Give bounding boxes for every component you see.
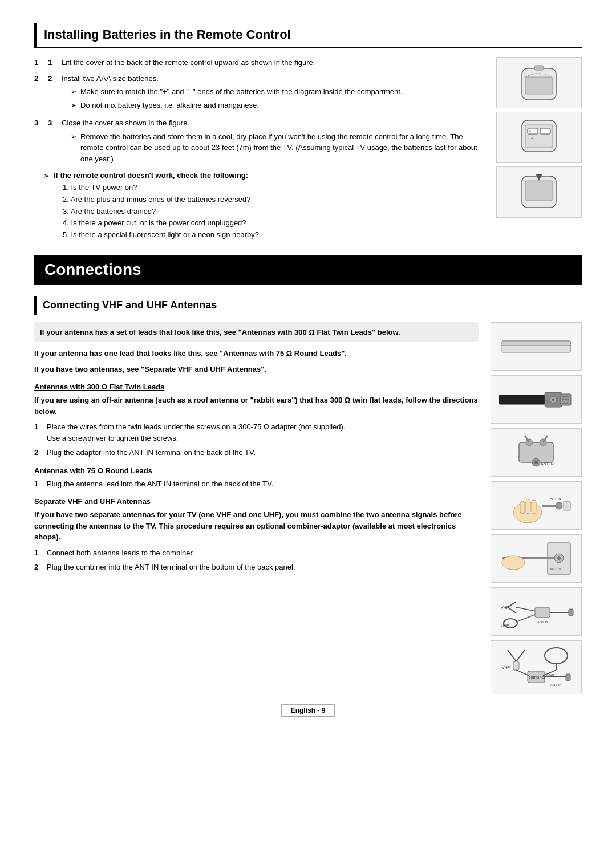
antenna-image-5: ANT IN bbox=[491, 534, 582, 583]
svg-line-46 bbox=[508, 607, 516, 613]
antennas-300-bold: If you are using an off-air antenna (suc… bbox=[34, 395, 479, 417]
svg-point-18 bbox=[552, 399, 554, 401]
batteries-step-1: 1 Lift the cover at the back of the remo… bbox=[34, 57, 485, 68]
batteries-steps-list: 1 Lift the cover at the back of the remo… bbox=[34, 57, 485, 166]
antennas-75-step-1: 1 Plug the antenna lead into the ANT IN … bbox=[34, 478, 479, 490]
svg-text:+: + bbox=[529, 129, 531, 133]
connections-big-section: Connections bbox=[34, 255, 582, 285]
remote-svg-3 bbox=[505, 169, 573, 215]
batteries-main-content: 1 Lift the cover at the back of the remo… bbox=[34, 57, 485, 241]
vhf-uhf-content-area: If your antenna has a set of leads that … bbox=[34, 322, 582, 694]
separate-heading: Separate VHF and UHF Antennas bbox=[34, 497, 479, 506]
antenna-image-3: ANT IN bbox=[491, 428, 582, 477]
vhf-uhf-title: Connecting VHF and UHF Antennas bbox=[43, 299, 576, 311]
svg-text:ANT IN: ANT IN bbox=[550, 497, 561, 501]
remote-image-3 bbox=[496, 166, 582, 218]
svg-rect-52 bbox=[535, 607, 550, 618]
troubleshoot-item-2: 2. Are the plus and minus ends of the ba… bbox=[63, 194, 259, 206]
batteries-images: + – + – bbox=[496, 57, 582, 241]
troubleshoot-item-3: 3. Are the batteries drained? bbox=[63, 206, 259, 218]
svg-point-41 bbox=[557, 556, 561, 560]
troubleshoot-arrow: ➢ bbox=[43, 171, 50, 241]
connections-big-title: Connections bbox=[44, 261, 572, 279]
batteries-section: Installing Batteries in the Remote Contr… bbox=[34, 23, 582, 241]
svg-text:ANT IN: ANT IN bbox=[541, 462, 554, 466]
antennas-300-steps: 1 Place the wires from the twin leads un… bbox=[34, 421, 479, 458]
remote-svg-2: + – + – bbox=[505, 115, 573, 160]
antennas-300-heading: Antennas with 300 Ω Flat Twin Leads bbox=[34, 383, 479, 391]
batteries-content-area: 1 Lift the cover at the back of the remo… bbox=[34, 57, 582, 241]
svg-rect-1 bbox=[525, 77, 553, 94]
batteries-step-2-sublist: Make sure to match the "+" and "–" ends … bbox=[71, 86, 402, 111]
batteries-step-3-content: Close the cover as shown in the figure. … bbox=[62, 117, 485, 166]
antenna-note-2-text: If your antenna has one lead that looks … bbox=[34, 348, 479, 359]
batteries-step-2-text: Install two AAA size batteries. bbox=[62, 74, 159, 83]
svg-line-51 bbox=[517, 614, 536, 621]
troubleshoot-heading: If the remote control doesn't work, chec… bbox=[54, 171, 248, 180]
antennas-300-step-2: 2 Plug the adaptor into the ANT IN termi… bbox=[34, 447, 479, 458]
antenna-note-1: If your antenna has a set of leads that … bbox=[34, 322, 479, 343]
antenna-image-7: VHF UHF combiner ANT IN bbox=[491, 640, 582, 694]
separate-steps: 1 Connect both antenna leads to the comb… bbox=[34, 547, 479, 573]
batteries-sub-1: Make sure to match the "+" and "–" ends … bbox=[71, 86, 402, 98]
troubleshoot-item-5: 5. Is there a special fluorescent light … bbox=[63, 229, 259, 241]
batteries-title: Installing Batteries in the Remote Contr… bbox=[44, 27, 575, 42]
svg-line-45 bbox=[508, 602, 516, 607]
antenna-image-4: ANT IN bbox=[491, 481, 582, 530]
antenna-image-6: VHF UHF ANT IN bbox=[491, 587, 582, 636]
svg-point-36 bbox=[556, 502, 562, 509]
svg-rect-11 bbox=[525, 181, 553, 201]
page-number: English - 9 bbox=[281, 704, 335, 717]
svg-rect-15 bbox=[499, 395, 545, 404]
batteries-header: Installing Batteries in the Remote Contr… bbox=[34, 23, 582, 48]
vhf-uhf-header: Connecting VHF and UHF Antennas bbox=[34, 296, 582, 315]
svg-rect-33 bbox=[526, 499, 530, 514]
batteries-step-3: 3 Close the cover as shown in the figure… bbox=[34, 117, 485, 166]
batteries-sub-3: Remove the batteries and store them in a… bbox=[71, 131, 485, 165]
antenna-image-1 bbox=[491, 322, 582, 371]
page-footer: English - 9 bbox=[34, 706, 582, 714]
svg-text:VHF: VHF bbox=[501, 606, 509, 610]
antenna-note-3-text: If you have two antennas, see "Separate … bbox=[34, 364, 479, 375]
remote-image-2: + – + – bbox=[496, 112, 582, 163]
troubleshoot-content: If the remote control doesn't work, chec… bbox=[54, 171, 259, 241]
antennas-75-block: Antennas with 75 Ω Round Leads 1 Plug th… bbox=[34, 466, 479, 490]
remote-svg-1 bbox=[505, 60, 573, 105]
troubleshoot-block: ➢ If the remote control doesn't work, ch… bbox=[43, 171, 485, 241]
troubleshoot-list: 1. Is the TV power on? 2. Are the plus a… bbox=[63, 182, 259, 241]
vhf-uhf-main: If your antenna has a set of leads that … bbox=[34, 322, 479, 694]
batteries-step-3-sublist: Remove the batteries and store them in a… bbox=[71, 131, 485, 165]
remote-image-1 bbox=[496, 57, 582, 108]
svg-text:ANT IN: ANT IN bbox=[550, 567, 561, 571]
troubleshoot-item-1: 1. Is the TV power on? bbox=[63, 182, 259, 194]
svg-rect-13 bbox=[502, 341, 570, 346]
svg-text:ANT IN: ANT IN bbox=[537, 620, 549, 624]
svg-point-60 bbox=[545, 648, 568, 664]
antenna-notes-2-3: If your antenna has one lead that looks … bbox=[34, 348, 479, 375]
antennas-75-heading: Antennas with 75 Ω Round Leads bbox=[34, 466, 479, 475]
svg-text:+  –: + – bbox=[531, 136, 537, 140]
batteries-step-2: 2 Install two AAA size batteries. Make s… bbox=[34, 73, 485, 113]
antenna-image-2 bbox=[491, 375, 582, 424]
svg-text:VHF: VHF bbox=[502, 665, 510, 669]
antenna-images: ANT IN ANT IN bbox=[491, 322, 582, 694]
separate-step-1: 1 Connect both antenna leads to the comb… bbox=[34, 547, 479, 559]
svg-rect-38 bbox=[564, 501, 570, 510]
svg-text:ANT IN: ANT IN bbox=[550, 683, 562, 686]
svg-line-50 bbox=[516, 607, 536, 611]
svg-line-56 bbox=[508, 650, 516, 661]
troubleshoot-item-4: 4. Is there a power cut, or is the power… bbox=[63, 217, 259, 229]
svg-rect-34 bbox=[532, 500, 536, 514]
batteries-sub-2: Do not mix battery types, i.e. alkaline … bbox=[71, 100, 402, 111]
batteries-step-2-content: Install two AAA size batteries. Make sur… bbox=[62, 73, 402, 113]
svg-rect-58 bbox=[513, 661, 519, 670]
separate-antennas-block: Separate VHF and UHF Antennas If you hav… bbox=[34, 497, 479, 573]
svg-text:–: – bbox=[548, 129, 550, 133]
svg-rect-54 bbox=[569, 609, 573, 616]
svg-text:UHF: UHF bbox=[501, 624, 509, 628]
svg-rect-32 bbox=[520, 501, 525, 514]
svg-line-57 bbox=[516, 650, 525, 661]
batteries-step-1-text: Lift the cover at the back of the remote… bbox=[62, 57, 315, 68]
antennas-300-block: Antennas with 300 Ω Flat Twin Leads If y… bbox=[34, 383, 479, 458]
svg-rect-68 bbox=[566, 674, 570, 681]
